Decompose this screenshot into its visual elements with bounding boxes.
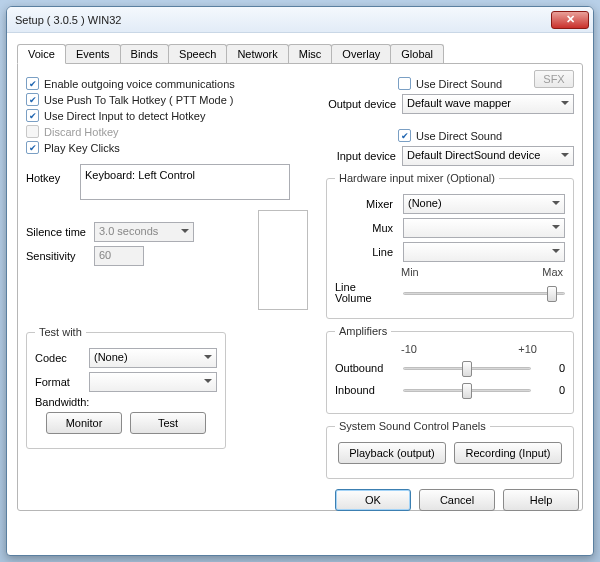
line-label: Line [335,246,397,258]
cancel-button[interactable]: Cancel [419,489,495,511]
monitor-button[interactable]: Monitor [46,412,122,434]
syspanels-group: System Sound Control Panels Playback (ou… [326,420,574,479]
outbound-label: Outbound [335,362,397,374]
test-button[interactable]: Test [130,412,206,434]
playback-button[interactable]: Playback (output) [338,442,446,464]
syspanels-legend: System Sound Control Panels [335,420,490,432]
chk-discard-hotkey [26,125,39,138]
line-combo[interactable] [403,242,565,262]
mixer-legend: Hardware input mixer (Optional) [335,172,499,184]
chk-out-direct-sound[interactable] [398,77,411,90]
linevol-label: Line Volume [335,282,397,304]
tab-network[interactable]: Network [226,44,288,64]
mux-combo[interactable] [403,218,565,238]
amp-max-label: +10 [518,343,537,355]
silence-label: Silence time [26,226,88,238]
chk-direct-input[interactable] [26,109,39,122]
sensitivity-label: Sensitivity [26,250,88,262]
voice-panel: SFX Enable outgoing voice communications… [17,63,583,511]
chk-enable-voice[interactable] [26,77,39,90]
amplifiers-legend: Amplifiers [335,325,391,337]
sfx-button[interactable]: SFX [534,70,574,88]
outbound-value: 0 [541,362,565,374]
amp-min-label: -10 [401,343,417,355]
mux-label: Mux [335,222,397,234]
tab-strip: Voice Events Binds Speech Network Misc O… [17,43,583,63]
lbl-discard-hotkey: Discard Hotkey [44,126,119,138]
linevol-slider[interactable] [403,284,565,302]
amplifiers-group: Amplifiers -10 +10 Outbound 0 [326,325,574,414]
help-button[interactable]: Help [503,489,579,511]
recording-button[interactable]: Recording (Input) [454,442,562,464]
mixer-label: Mixer [335,198,397,210]
tab-overlay[interactable]: Overlay [331,44,391,64]
lbl-out-direct-sound: Use Direct Sound [416,78,502,90]
close-button[interactable]: ✕ [551,11,589,29]
right-column: Use Direct Sound Output device Default w… [326,74,574,485]
tab-events[interactable]: Events [65,44,121,64]
lbl-direct-input: Use Direct Input to detect Hotkey [44,110,205,122]
level-meter [258,210,308,310]
mixer-group: Hardware input mixer (Optional) Mixer (N… [326,172,574,319]
tab-misc[interactable]: Misc [288,44,333,64]
testwith-legend: Test with [35,326,86,338]
inbound-label: Inbound [335,384,397,396]
inbound-value: 0 [541,384,565,396]
testwith-group: Test with Codec (None) Format Bandwidth: [26,326,226,449]
lbl-enable-voice: Enable outgoing voice communications [44,78,235,90]
chk-in-direct-sound[interactable] [398,129,411,142]
codec-label: Codec [35,352,83,364]
output-device-label: Output device [326,98,396,110]
mixer-combo[interactable]: (None) [403,194,565,214]
inbound-slider[interactable] [403,381,531,399]
sensitivity-input[interactable]: 60 [94,246,144,266]
content-area: Voice Events Binds Speech Network Misc O… [7,33,593,519]
format-label: Format [35,376,83,388]
silence-combo[interactable]: 3.0 seconds [94,222,194,242]
max-label: Max [542,266,563,278]
min-label: Min [401,266,419,278]
tab-voice[interactable]: Voice [17,44,66,64]
codec-combo[interactable]: (None) [89,348,217,368]
chk-key-clicks[interactable] [26,141,39,154]
tab-speech[interactable]: Speech [168,44,227,64]
input-device-combo[interactable]: Default DirectSound device [402,146,574,166]
output-device-combo[interactable]: Default wave mapper [402,94,574,114]
tab-binds[interactable]: Binds [120,44,170,64]
tab-global[interactable]: Global [390,44,444,64]
close-icon: ✕ [566,13,575,26]
hotkey-input[interactable]: Keyboard: Left Control [80,164,290,200]
bandwidth-label: Bandwidth: [35,396,89,408]
lbl-key-clicks: Play Key Clicks [44,142,120,154]
inbound-thumb[interactable] [462,383,472,399]
ok-button[interactable]: OK [335,489,411,511]
dialog-footer: OK Cancel Help [335,489,579,511]
window: Setup ( 3.0.5 ) WIN32 ✕ Voice Events Bin… [6,6,594,556]
format-combo[interactable] [89,372,217,392]
window-title: Setup ( 3.0.5 ) WIN32 [15,14,551,26]
outbound-thumb[interactable] [462,361,472,377]
linevol-thumb[interactable] [547,286,557,302]
titlebar: Setup ( 3.0.5 ) WIN32 ✕ [7,7,593,33]
outbound-slider[interactable] [403,359,531,377]
chk-ptt[interactable] [26,93,39,106]
hotkey-label: Hotkey [26,164,74,184]
input-device-label: Input device [326,150,396,162]
lbl-in-direct-sound: Use Direct Sound [416,130,502,142]
lbl-ptt: Use Push To Talk Hotkey ( PTT Mode ) [44,94,234,106]
